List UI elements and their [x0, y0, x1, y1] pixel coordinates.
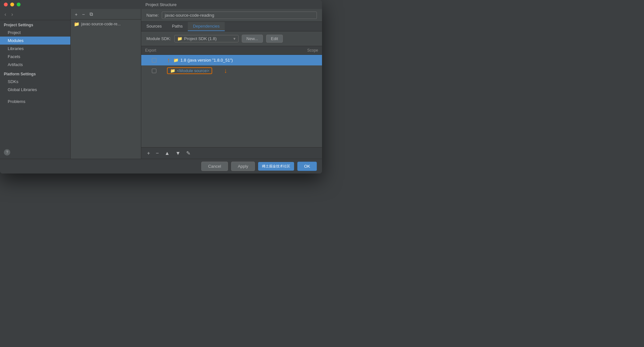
sdk-label: Module SDK:: [146, 36, 171, 41]
watermark: 稀土掘金技术社区: [258, 162, 294, 171]
jdk-folder-icon: 📁: [173, 58, 178, 63]
sidebar-item-artifacts[interactable]: Artifacts: [0, 61, 70, 69]
cancel-button[interactable]: Cancel: [201, 162, 228, 171]
deps-rows: ↑ 📁 1.8 (java version "1.8.0_51") 📁 <: [141, 55, 322, 147]
center-panel: + − ⧉ 📁 javac-source-code-re...: [71, 9, 141, 159]
annotation-up-arrow-icon: ↑: [167, 56, 170, 64]
bottom-toolbar: + − ▲ ▼ ✎: [141, 147, 322, 159]
sidebar-item-libraries[interactable]: Libraries: [0, 45, 70, 53]
sdk-select[interactable]: 📁 Project SDK (1.8) ▾: [174, 35, 239, 42]
edit-dep-button[interactable]: ✎: [184, 149, 192, 157]
annotation-down-arrow-icon: ↓: [224, 67, 227, 74]
dep-checkbox-jdk[interactable]: [141, 58, 167, 63]
main-content: ‹ › Project Settings Project Modules Lib…: [0, 9, 322, 159]
title-bar: Project Structure: [0, 0, 322, 9]
add-module-button[interactable]: +: [73, 11, 79, 18]
dep-checkbox-module-source[interactable]: [141, 69, 167, 73]
name-header: [167, 47, 290, 53]
dep-row-module-source[interactable]: 📁 <Module source> ↓: [141, 65, 322, 76]
remove-module-button[interactable]: −: [81, 11, 87, 18]
tab-dependencies[interactable]: Dependencies: [188, 22, 225, 31]
deps-table: Export Scope ↑ 📁 1.8 (java version "1.8.…: [141, 46, 322, 159]
sidebar-item-sdks[interactable]: SDKs: [0, 78, 70, 86]
apply-button[interactable]: Apply: [231, 162, 255, 171]
move-up-dep-button[interactable]: ▲: [163, 150, 172, 157]
deps-header: Export Scope: [141, 46, 322, 55]
sidebar-bottom: ?: [0, 146, 70, 159]
back-button[interactable]: ‹: [3, 11, 7, 18]
sidebar-nav: ‹ ›: [0, 9, 70, 20]
module-source-folder-icon: 📁: [170, 68, 175, 73]
tab-sources[interactable]: Sources: [141, 22, 167, 31]
help-button[interactable]: ?: [4, 149, 10, 156]
export-header: Export: [141, 47, 167, 53]
dep-label-module-source: <Module source>: [177, 68, 209, 73]
forward-button[interactable]: ›: [10, 11, 14, 18]
sdk-row: Module SDK: 📁 Project SDK (1.8) ▾ New...…: [141, 31, 322, 46]
dep-name-module-source: 📁 <Module source> ↓: [167, 67, 290, 74]
project-settings-label: Project Settings: [0, 20, 70, 29]
sdk-folder-icon: 📁: [177, 36, 182, 41]
scope-header: Scope: [290, 47, 322, 53]
module-folder-icon: 📁: [74, 21, 79, 27]
name-label: Name:: [146, 13, 159, 18]
close-button[interactable]: [4, 3, 8, 6]
dialog-footer: Cancel Apply 稀土掘金技术社区 OK: [0, 159, 322, 174]
edit-sdk-button[interactable]: Edit: [266, 35, 283, 43]
sidebar-item-problems[interactable]: Problems: [0, 97, 70, 106]
add-dep-button[interactable]: +: [145, 150, 152, 157]
module-source-annotation-box: 📁 <Module source>: [167, 67, 212, 74]
name-input[interactable]: [162, 12, 317, 19]
dep-label-jdk: 1.8 (java version "1.8.0_51"): [180, 58, 233, 63]
sdk-dropdown-arrow: ▾: [233, 36, 236, 41]
tab-paths[interactable]: Paths: [167, 22, 188, 31]
right-panel: Name: Sources Paths Dependencies Module …: [141, 9, 322, 159]
maximize-button[interactable]: [17, 3, 21, 6]
sdk-value: Project SDK (1.8): [184, 36, 217, 41]
traffic-lights: [4, 3, 21, 6]
module-item-label: javac-source-code-re...: [81, 22, 121, 26]
sidebar-item-facets[interactable]: Facets: [0, 53, 70, 61]
minimize-button[interactable]: [10, 3, 14, 6]
module-item[interactable]: 📁 javac-source-code-re...: [71, 20, 141, 29]
tabs-row: Sources Paths Dependencies: [141, 22, 322, 31]
new-sdk-button[interactable]: New...: [242, 35, 263, 43]
center-toolbar: + − ⧉: [71, 9, 141, 20]
move-down-dep-button[interactable]: ▼: [174, 150, 183, 157]
dep-name-jdk: ↑ 📁 1.8 (java version "1.8.0_51"): [167, 56, 290, 64]
ok-button[interactable]: OK: [297, 162, 317, 171]
dep-row-jdk[interactable]: ↑ 📁 1.8 (java version "1.8.0_51"): [141, 55, 322, 65]
sidebar: ‹ › Project Settings Project Modules Lib…: [0, 9, 71, 159]
name-row: Name:: [141, 9, 322, 22]
sidebar-item-modules[interactable]: Modules: [0, 37, 70, 45]
platform-settings-label: Platform Settings: [0, 69, 70, 78]
sidebar-item-project[interactable]: Project: [0, 29, 70, 37]
copy-module-button[interactable]: ⧉: [88, 11, 95, 18]
window-title: Project Structure: [145, 2, 177, 7]
remove-dep-button[interactable]: −: [154, 150, 161, 157]
sidebar-item-global-libraries[interactable]: Global Libraries: [0, 86, 70, 94]
